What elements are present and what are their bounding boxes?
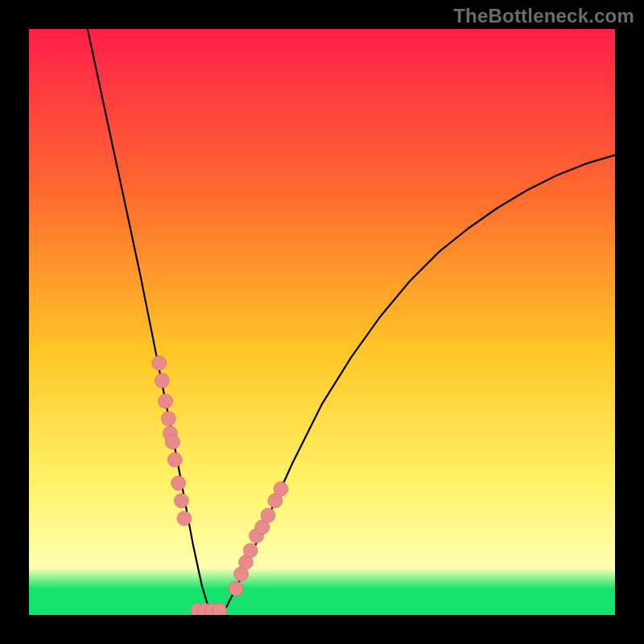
green-band [29,588,615,615]
watermark-text: TheBottleneck.com [453,5,634,27]
marker-dots-bottom [191,603,227,615]
marker-dot [229,581,243,596]
marker-dot [165,435,180,449]
marker-dot [159,394,173,408]
marker-dot [174,493,188,508]
marker-dot [152,356,167,370]
marker-dot [177,511,192,526]
marker-dot [171,476,186,490]
marker-dot [155,374,169,388]
marker-dot [274,482,288,497]
marker-dot [213,603,227,615]
gradient-background [29,29,615,615]
chart-frame: TheBottleneck.com [0,0,644,644]
plot-area [29,29,615,615]
marker-dot [161,411,175,426]
marker-dot [167,452,182,467]
marker-dot [261,508,275,522]
chart-svg [29,29,615,615]
marker-dot [243,543,258,558]
